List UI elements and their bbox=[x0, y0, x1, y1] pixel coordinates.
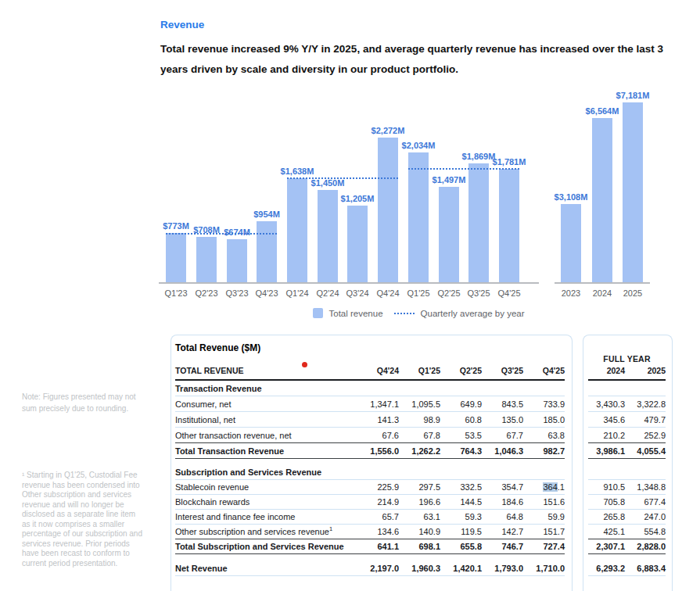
table-row-blockchain-rewards: Blockchain rewards214.9196.6144.5184.615… bbox=[175, 495, 565, 510]
fy-row-value: 210.2 bbox=[588, 431, 625, 440]
fy-row-total-subscription-and-services-revenue: 2,307.12,828.0 bbox=[588, 539, 666, 554]
column-header-total-revenue: TOTAL REVENUE bbox=[175, 366, 357, 375]
fy-row-value: 910.5 bbox=[588, 482, 625, 492]
chart-bar-Q1'25 bbox=[408, 152, 429, 282]
row-value: 63.1 bbox=[399, 512, 440, 521]
table-row-institutional-net: Institutional, net141.398.960.8135.0185.… bbox=[175, 412, 565, 428]
row-value: 185.0 bbox=[523, 415, 565, 424]
row-value: 1,262.2 bbox=[399, 446, 440, 456]
row-value: 843.5 bbox=[482, 399, 523, 409]
row-label: Stablecoin revenue bbox=[175, 482, 357, 492]
legend-label: Quarterly average by year bbox=[421, 309, 525, 318]
bar-value-label: $1,450M bbox=[290, 178, 365, 188]
table-row-transaction-revenue: Transaction Revenue bbox=[175, 381, 565, 396]
fy-row-value: 265.8 bbox=[588, 512, 625, 521]
row-value: 63.8 bbox=[523, 431, 565, 440]
fy-row-value: 425.1 bbox=[588, 527, 625, 536]
fy-row-value: 479.7 bbox=[625, 415, 666, 424]
fy-row-value: 252.9 bbox=[625, 431, 666, 440]
column-header-q2-25: Q2'25 bbox=[440, 366, 482, 375]
fy-row-blockchain-rewards: 705.8677.4 bbox=[588, 495, 666, 510]
row-value: 332.5 bbox=[440, 482, 482, 492]
row-value: 140.9 bbox=[399, 527, 440, 536]
row-label: Net Revenue bbox=[175, 564, 357, 573]
table-row-net-revenue: Net Revenue2,197.01,960.31,420.11,793.01… bbox=[175, 561, 565, 576]
row-value: 214.9 bbox=[357, 497, 399, 507]
fy-row-value: 3,322.8 bbox=[625, 399, 666, 409]
legend-item-quarterly-average: Quarterly average by year bbox=[394, 309, 525, 318]
row-value: 982.7 bbox=[523, 446, 565, 456]
fy-row-value: 2,307.1 bbox=[588, 542, 625, 551]
total-revenue-table: Total Revenue ($M) TOTAL REVENUEQ4'24Q1'… bbox=[171, 335, 573, 591]
column-header-q4-24: Q4'24 bbox=[357, 366, 399, 375]
row-value: 641.1 bbox=[357, 542, 399, 551]
fy-row-transaction-revenue bbox=[588, 381, 666, 396]
row-value: 67.8 bbox=[399, 431, 440, 440]
row-value: 354.7 bbox=[482, 482, 523, 492]
quarterly-average-line-2025 bbox=[408, 168, 519, 170]
x-axis-label: Q4'25 bbox=[487, 288, 531, 298]
legend-label: Total revenue bbox=[329, 309, 383, 318]
fy-row-value: 6,883.4 bbox=[625, 564, 666, 573]
row-value: 151.7 bbox=[523, 527, 565, 536]
table-header-row: TOTAL REVENUEQ4'24Q1'25Q2'25Q3'25Q4'25 bbox=[175, 359, 565, 381]
column-header-q3-25: Q3'25 bbox=[482, 366, 523, 375]
chart-bar-Q2'25 bbox=[439, 187, 459, 282]
fy-row-consumer-net: 3,430.33,322.8 bbox=[588, 396, 666, 412]
row-value: 1,095.5 bbox=[399, 399, 440, 409]
row-value: 364.1 bbox=[523, 482, 565, 492]
row-value: 119.5 bbox=[440, 527, 482, 536]
fy-row-value: 554.8 bbox=[625, 527, 666, 536]
fy-row-value: 705.8 bbox=[588, 497, 625, 507]
table-row-subscription-and-services-revenue: Subscription and Services Revenue bbox=[175, 465, 565, 480]
fy-row-value: 4,055.4 bbox=[625, 446, 666, 456]
row-label: Institutional, net bbox=[175, 415, 357, 424]
row-value: 1,420.1 bbox=[440, 564, 482, 573]
quarterly-average-line-2024 bbox=[287, 177, 398, 179]
row-value: 1,710.0 bbox=[523, 564, 565, 573]
bar-value-label: $7,181M bbox=[595, 91, 670, 100]
fy-row-net-revenue: 6,293.26,883.4 bbox=[588, 561, 666, 576]
fy-row-spacer bbox=[588, 554, 666, 561]
row-value: 135.0 bbox=[482, 415, 523, 424]
row-value: 134.6 bbox=[357, 527, 399, 536]
intro-paragraph: Total revenue increased 9% Y/Y in 2025, … bbox=[160, 39, 694, 80]
row-value: 151.6 bbox=[523, 497, 565, 507]
row-value: 1,556.0 bbox=[357, 446, 399, 456]
click-marker-dot bbox=[302, 362, 307, 367]
full-year-header-row: 20242025 bbox=[588, 365, 666, 381]
row-value: 764.3 bbox=[440, 446, 482, 456]
fy-row-value: 247.0 bbox=[625, 512, 666, 521]
fy-row-subscription-and-services-revenue bbox=[588, 465, 666, 480]
row-label: Other transaction revenue, net bbox=[175, 431, 357, 440]
row-value: 1,347.1 bbox=[357, 399, 399, 409]
rounding-note: Note: Figures presented may not sum prec… bbox=[22, 391, 143, 414]
quarterly-x-axis bbox=[159, 282, 539, 284]
fy-row-value: 6,293.2 bbox=[588, 564, 625, 573]
row-value: 98.9 bbox=[399, 415, 440, 424]
row-value: 67.6 bbox=[357, 431, 399, 440]
full-year-table: FULL YEAR 20242025 3,430.33,322.8345.647… bbox=[583, 335, 673, 591]
table-row-consumer-net: Consumer, net1,347.11,095.5649.9843.5733… bbox=[175, 396, 565, 412]
full-year-group-header: FULL YEAR bbox=[588, 354, 666, 365]
row-value: 746.7 bbox=[482, 542, 523, 551]
row-value: 64.8 bbox=[482, 512, 523, 521]
section-heading: Revenue bbox=[160, 19, 204, 30]
fy-row-value: 677.4 bbox=[625, 497, 666, 507]
table-row-other-subscription-and-services-revenue: Other subscription and services revenue1… bbox=[175, 525, 565, 539]
row-label: Total Subscription and Services Revenue bbox=[175, 542, 357, 551]
table-row-stablecoin-revenue: Stablecoin revenue225.9297.5332.5354.736… bbox=[175, 480, 565, 495]
row-value: 225.9 bbox=[357, 482, 399, 492]
footnote-1: ¹ Starting in Q1'25, Custodial Fee reven… bbox=[22, 471, 143, 568]
chart-bar-Q3'25 bbox=[468, 163, 489, 282]
fy-row-stablecoin-revenue: 910.51,348.8 bbox=[588, 480, 666, 495]
table-row-spacer bbox=[175, 459, 565, 465]
bar-value-label: $2,272M bbox=[350, 126, 425, 135]
column-header-q1-25: Q1'25 bbox=[399, 366, 440, 375]
fy-row-value: 3,986.1 bbox=[588, 446, 625, 456]
bar-value-label: $2,034M bbox=[381, 141, 456, 150]
column-header-fy-2024: 2024 bbox=[588, 366, 625, 375]
chart-bar-Q2'24 bbox=[318, 190, 338, 282]
bar-value-label: $1,781M bbox=[472, 157, 547, 167]
table-row-total-subscription-and-services-revenue: Total Subscription and Services Revenue6… bbox=[175, 539, 565, 554]
